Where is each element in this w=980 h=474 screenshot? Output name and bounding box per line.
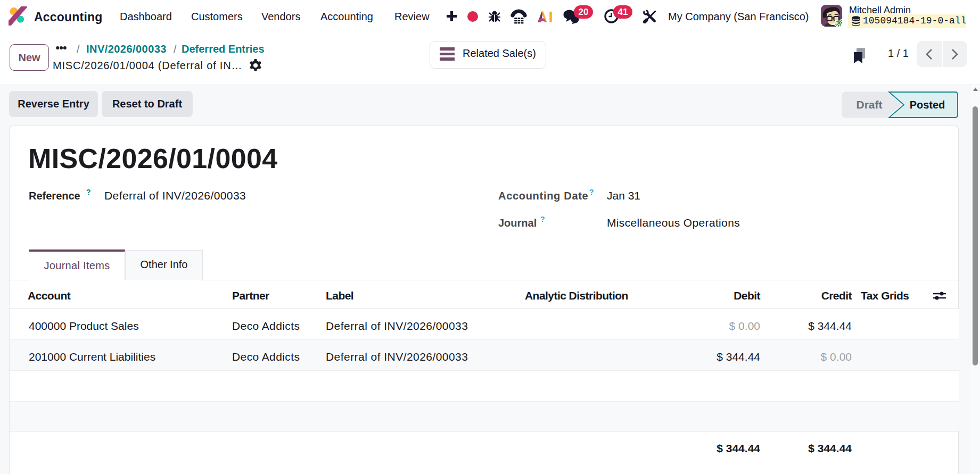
- svg-text:Draft: Draft: [856, 98, 882, 111]
- svg-text:Posted: Posted: [910, 99, 945, 111]
